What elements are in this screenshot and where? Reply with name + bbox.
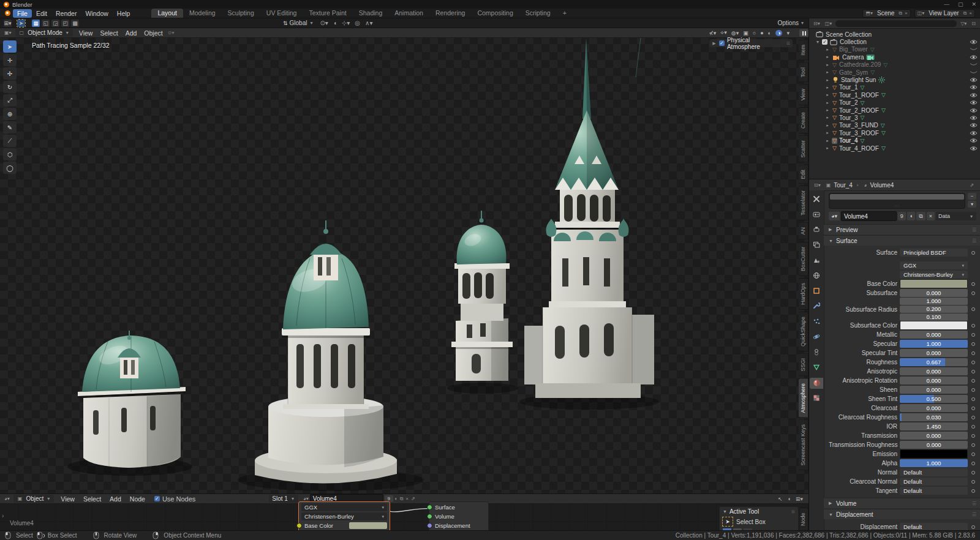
keyframe-dot-button[interactable] xyxy=(970,424,976,430)
eye-closed-icon[interactable] xyxy=(970,62,978,67)
breadcrumb-object[interactable]: ▣ Tour_4 xyxy=(825,182,853,189)
prop-field-subsurface-color[interactable] xyxy=(900,321,968,330)
shader-type-select[interactable]: ▣ Object ▾ xyxy=(13,495,54,503)
menu-file[interactable]: File xyxy=(13,9,32,18)
properties-tab-material[interactable] xyxy=(810,378,823,389)
view-layer-copy-icon[interactable]: ⧉ xyxy=(962,10,968,17)
prop-field-ior[interactable]: 1.450 xyxy=(900,422,968,430)
pause-button[interactable] xyxy=(799,29,809,37)
eye-open-icon[interactable] xyxy=(970,130,978,136)
properties-tab-physics[interactable] xyxy=(810,332,823,343)
workspace-tab-animation[interactable]: Animation xyxy=(388,9,429,18)
shader-parent-icon[interactable]: ↖ xyxy=(778,496,783,502)
expand-icon[interactable]: ▸ xyxy=(825,115,830,120)
outliner-item-tour-1-roof[interactable]: ▸▽Tour_1_ROOF▽ xyxy=(809,91,980,99)
prop-field-specular-tint[interactable]: 0.000 xyxy=(900,349,968,357)
expand-icon[interactable]: ▸ xyxy=(825,78,830,83)
shader-menu-add[interactable]: Add xyxy=(105,495,126,503)
outliner-item-gate-sym[interactable]: ▸▽Gate_Sym▽ xyxy=(809,69,980,76)
eye-closed-icon[interactable] xyxy=(970,70,978,75)
blender-menu-icon[interactable] xyxy=(5,10,10,16)
prop-field-transmission[interactable]: 0.000 xyxy=(900,432,968,440)
outliner-search-input[interactable] xyxy=(835,20,957,27)
select-mode-box[interactable]: ◱ xyxy=(42,20,50,27)
slot-select[interactable]: Slot 1▾ xyxy=(269,495,298,503)
outliner-root[interactable]: Scene Collection xyxy=(809,31,980,38)
properties-tab-texture[interactable] xyxy=(810,393,823,404)
keyframe-dot-button[interactable] xyxy=(970,387,976,393)
expand-icon[interactable]: ▸ xyxy=(825,108,830,113)
sidebar-tab-scatter[interactable]: Scatter xyxy=(799,135,809,163)
tool-transform[interactable]: ⊕ xyxy=(3,108,17,120)
expand-icon[interactable]: ▸ xyxy=(825,54,830,59)
tool-extra[interactable]: ◯ xyxy=(3,162,17,174)
outliner-settings-icon[interactable]: ⊡ xyxy=(970,21,977,26)
sidebar-tab-atmosphere[interactable]: Atmosphere xyxy=(799,378,809,418)
outliner-item-tour-1[interactable]: ▸▽Tour_1▽ xyxy=(809,84,980,91)
shading-material-icon[interactable]: ◐ xyxy=(768,30,771,36)
keyframe-dot-button[interactable] xyxy=(970,332,976,338)
viewport-menu-add[interactable]: Add xyxy=(122,29,141,37)
base-color-socket[interactable] xyxy=(296,523,302,528)
base-color-swatch[interactable] xyxy=(349,522,387,529)
copy-material-icon[interactable]: ⧉ xyxy=(916,212,925,220)
prop-field-tangent[interactable]: Default xyxy=(900,487,968,495)
expand-icon[interactable]: ▸ xyxy=(825,47,830,52)
outliner-item-starlight-sun[interactable]: ▸Starlight Sun xyxy=(809,76,980,83)
prop-field-surface[interactable]: Principled BSDF xyxy=(900,249,968,257)
keyframe-dot-button[interactable] xyxy=(970,488,976,494)
prop-field-normal[interactable]: Default xyxy=(900,468,968,476)
keyframe-dot-button[interactable] xyxy=(970,290,976,296)
prop-field-sheen-tint[interactable]: 0.500 xyxy=(900,395,968,403)
proportional-edit-icon[interactable]: ◎ xyxy=(355,20,360,26)
properties-tab-scene[interactable] xyxy=(810,255,823,266)
view-layer-selector[interactable]: ◫▾ View Layer ⧉ × xyxy=(914,9,975,18)
prop-field-roughness[interactable]: 0.667 xyxy=(900,358,968,366)
prop-field-displacement[interactable]: Default xyxy=(900,523,968,530)
prop-field-base-color[interactable] xyxy=(900,279,968,288)
maximize-button[interactable]: ▢ xyxy=(958,1,963,7)
keyframe-dot-button[interactable] xyxy=(970,433,976,439)
keyframe-dot-button[interactable] xyxy=(970,524,976,530)
material-link-select[interactable]: Data▾ xyxy=(936,212,976,220)
workspace-tab-sculpting[interactable]: Sculpting xyxy=(222,9,260,18)
outliner-item-tour-3-fund[interactable]: ▸▽Tour_3_FUND▽ xyxy=(809,122,980,129)
sidebar-tab-item[interactable]: Item xyxy=(799,40,809,61)
panel-expand-icon[interactable]: ▶ xyxy=(712,41,717,46)
prop-field-subsurface-radius[interactable]: 1.0000.2000.100 xyxy=(900,298,968,321)
select-mode-circle[interactable]: ◲ xyxy=(51,20,59,27)
workspace-add-tab-button[interactable]: + xyxy=(557,9,573,18)
workspace-tab-modeling[interactable]: Modeling xyxy=(183,9,222,18)
eye-open-icon[interactable] xyxy=(970,108,978,113)
panel-volume[interactable]: ▶Volume☰ xyxy=(824,498,980,508)
sidebar-tab-ssgi[interactable]: SSGI xyxy=(799,353,809,377)
surface-socket[interactable] xyxy=(427,504,432,510)
select-mode-extra[interactable]: ▩ xyxy=(71,20,79,27)
eye-open-icon[interactable] xyxy=(970,146,978,151)
atmosphere-checkbox[interactable]: ✓ xyxy=(719,40,725,46)
workspace-tab-compositing[interactable]: Compositing xyxy=(471,9,519,18)
expand-icon[interactable]: ▸ xyxy=(825,138,830,143)
select-mode-tweak[interactable]: ▦ xyxy=(32,20,40,27)
shader-node-tab[interactable]: Node xyxy=(800,508,809,531)
shader-pin-icon[interactable]: ⇗ xyxy=(410,496,417,501)
outliner-item-tour-3-roof[interactable]: ▸▽Tour_3_ROOF▽ xyxy=(809,129,980,137)
expand-icon[interactable]: ▸ xyxy=(825,70,830,75)
scene-selector[interactable]: ⬒▾ Scene ⧉ × xyxy=(862,9,910,18)
tool-annotate[interactable]: ✎ xyxy=(3,121,17,133)
keyframe-dot-button[interactable] xyxy=(970,442,976,448)
material-name-field[interactable]: Volume4 xyxy=(841,211,897,221)
shader-menu-view[interactable]: View xyxy=(56,495,79,503)
shader-menu-node[interactable]: Node xyxy=(126,495,149,503)
eye-open-icon[interactable] xyxy=(970,54,978,60)
shader-menu-select[interactable]: Select xyxy=(79,495,105,503)
panel-surface[interactable]: ▼Surface☰ xyxy=(824,235,980,246)
shader-snap-icon[interactable]: ◖ xyxy=(788,496,791,502)
selectability-icon[interactable]: ⊀▾ xyxy=(709,30,716,36)
sidebar-tab-create[interactable]: Create xyxy=(799,107,809,133)
outliner-item-tour-4-roof[interactable]: ▸▽Tour_4_ROOF▽ xyxy=(809,144,980,152)
prop-field-clearcoat-normal[interactable]: Default xyxy=(900,478,968,486)
xray-toggle-icon[interactable]: ▣ xyxy=(743,30,748,36)
viewport-menu-object[interactable]: Object xyxy=(140,29,166,37)
expand-icon[interactable]: ▸ xyxy=(825,146,830,151)
